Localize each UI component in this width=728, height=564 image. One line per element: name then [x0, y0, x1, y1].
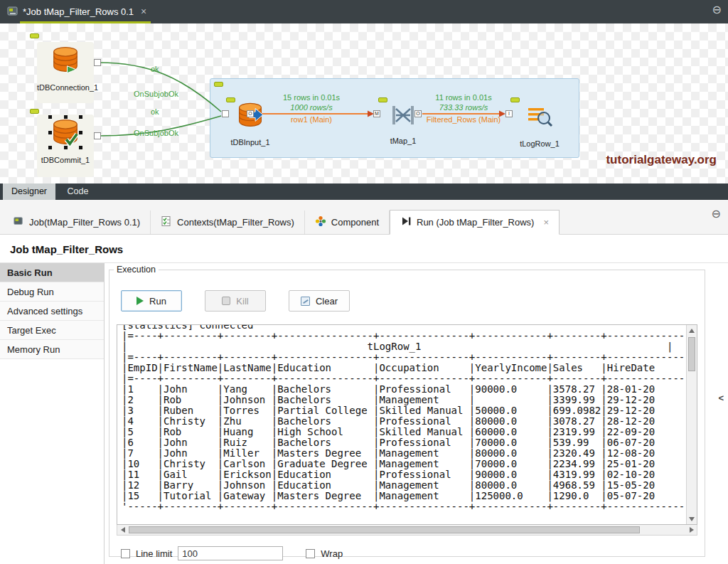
status-pill	[226, 97, 235, 102]
line-limit-input[interactable]	[178, 546, 283, 560]
link-label-onsubjobok[interactable]: OnSubjobOk	[134, 90, 178, 98]
component-label: tDBConnection_1	[37, 83, 94, 92]
execution-panel: Execution Run Kill Clear	[105, 263, 728, 564]
sidebar-item-debug-run[interactable]: Debug Run	[0, 282, 104, 302]
selection-handle[interactable]	[79, 131, 82, 134]
tab-code[interactable]: Code	[58, 183, 97, 200]
execution-group-label: Execution	[114, 265, 159, 275]
port-icon[interactable]	[94, 59, 101, 66]
scrollbar-thumb[interactable]	[129, 526, 640, 533]
run-tab-icon	[400, 216, 412, 229]
view-tab-bar: Job(tMap_Filter_Rows 0.1) Contexts(tMap_…	[0, 200, 728, 235]
component-label: tLogRow_1	[515, 139, 564, 148]
status-pill	[214, 82, 223, 87]
tab-run[interactable]: Run (Job tMap_Filter_Rows) ×	[390, 210, 560, 235]
kill-button[interactable]: Kill	[205, 290, 266, 312]
tab-label: Run (Job tMap_Filter_Rows)	[417, 217, 534, 228]
job-tab-close-icon[interactable]: ×	[141, 6, 146, 17]
kill-button-label: Kill	[236, 296, 248, 307]
port-main-icon[interactable]: M	[373, 110, 380, 117]
execution-buttons: Run Kill Clear	[121, 290, 350, 312]
wrap-checkbox[interactable]	[306, 549, 315, 558]
scroll-right-icon[interactable]	[686, 525, 697, 534]
port-icon[interactable]	[222, 110, 229, 117]
minimize-icon[interactable]: ⊖	[712, 4, 722, 16]
component-icon	[315, 216, 326, 229]
minimize-icon[interactable]: ⊖	[712, 207, 721, 220]
link-label-onsubjobok[interactable]: OnSubjobOk	[134, 129, 178, 137]
component-tdbconnection[interactable]: tDBConnection_1	[37, 42, 94, 103]
sidebar-item-memory-run[interactable]: Memory Run	[0, 340, 104, 359]
wrap-label: Wrap	[321, 548, 343, 559]
tdbcommit-icon	[51, 118, 80, 149]
clear-icon	[301, 297, 310, 306]
component-label: tDBInput_1	[228, 138, 273, 147]
run-view: Basic Run Debug Run Advanced settings Ta…	[0, 263, 728, 564]
selection-handle[interactable]	[79, 115, 82, 119]
row2-name[interactable]: Filtered_Rows (Main)	[407, 115, 520, 124]
tab-designer[interactable]: Designer	[3, 183, 55, 200]
contexts-icon	[161, 216, 172, 229]
job-tab-icon	[13, 216, 24, 229]
watermark: tutorialgateway.org	[606, 153, 717, 167]
tab-close-icon[interactable]: ×	[543, 217, 549, 228]
sidebar-item-target-exec[interactable]: Target Exec	[0, 321, 104, 340]
play-icon	[136, 297, 144, 305]
tab-label: Component	[331, 217, 379, 228]
row2-rate: 733.33 rows/s	[407, 103, 520, 112]
link-label-ok[interactable]: ok	[151, 65, 159, 73]
kill-icon	[222, 297, 230, 305]
clear-button[interactable]: Clear	[289, 290, 350, 312]
talend-window: *Job tMap_Filter_Rows 0.1 × ⊖	[0, 0, 728, 564]
line-limit-label: Line limit	[136, 548, 172, 559]
tab-label: Contexts(tMap_Filter_Rows)	[177, 217, 294, 228]
component-label: tDBCommit_1	[37, 156, 94, 164]
scroll-left-icon[interactable]	[117, 525, 128, 534]
selection-handle[interactable]	[64, 115, 68, 119]
port-out-icon[interactable]: O	[247, 110, 254, 117]
console-options: Line limit Wrap	[121, 546, 343, 560]
tab-label: Job(tMap_Filter_Rows 0.1)	[29, 217, 140, 228]
clear-button-label: Clear	[316, 296, 338, 307]
console-text: [statistics] connected |=----+---------+…	[117, 324, 686, 519]
tab-job[interactable]: Job(tMap_Filter_Rows 0.1)	[3, 211, 151, 234]
selection-handle[interactable]	[64, 146, 68, 149]
vertical-scrollbar[interactable]	[686, 325, 697, 524]
link-label-ok[interactable]: ok	[151, 107, 159, 116]
scroll-up-icon[interactable]	[687, 325, 697, 336]
designer-code-strip: Designer Code	[0, 183, 728, 200]
line-limit-checkbox[interactable]	[121, 549, 130, 558]
port-icon[interactable]	[94, 132, 101, 139]
component-label: tMap_1	[382, 137, 424, 145]
design-canvas[interactable]: tDBConnection_1 tDBCommit_1	[0, 23, 728, 183]
collapse-panel-arrow[interactable]: <	[718, 393, 724, 403]
selection-handle[interactable]	[79, 146, 82, 149]
scroll-down-icon[interactable]	[687, 514, 697, 524]
sidebar-item-advanced-settings[interactable]: Advanced settings	[0, 302, 104, 321]
row1-stats: 15 rows in 0.01s	[255, 93, 368, 102]
tab-contexts[interactable]: Contexts(tMap_Filter_Rows)	[151, 211, 305, 234]
run-button[interactable]: Run	[121, 290, 182, 312]
status-pill	[30, 109, 39, 114]
component-tlogrow[interactable]: tLogRow_1	[515, 103, 564, 148]
tdbconnection-icon	[51, 46, 80, 77]
tab-component[interactable]: Component	[305, 211, 390, 234]
titlebar: *Job tMap_Filter_Rows 0.1 × ⊖	[0, 0, 728, 23]
status-pill	[30, 33, 39, 38]
console-output[interactable]: [statistics] connected |=----+---------+…	[117, 324, 697, 525]
selection-handle[interactable]	[48, 146, 52, 149]
selection-handle[interactable]	[48, 131, 52, 134]
row2-stats: 11 rows in 0.01s	[407, 93, 520, 102]
job-icon	[6, 5, 19, 21]
tlogrow-icon	[526, 103, 553, 133]
horizontal-scrollbar[interactable]	[117, 525, 697, 536]
page-title: Job tMap_Filter_Rows	[0, 235, 728, 263]
status-pill	[378, 97, 387, 102]
component-tdbcommit[interactable]: tDBCommit_1	[37, 115, 94, 177]
scrollbar-thumb[interactable]	[688, 337, 695, 371]
row1-name[interactable]: row1 (Main)	[255, 115, 368, 124]
selection-handle[interactable]	[48, 115, 52, 119]
sidebar-item-basic-run[interactable]: Basic Run	[0, 263, 104, 282]
row1-rate: 1000 rows/s	[255, 103, 368, 112]
job-tab-title[interactable]: *Job tMap_Filter_Rows 0.1	[23, 6, 134, 17]
